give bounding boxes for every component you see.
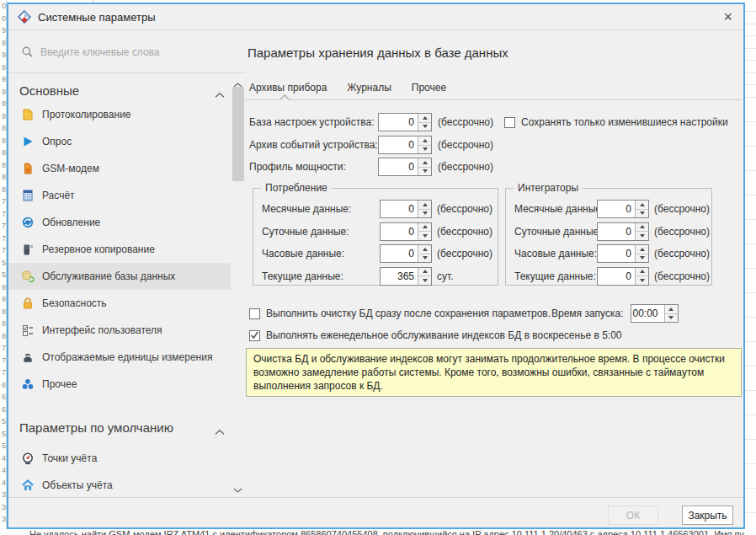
calculator-icon	[21, 189, 35, 202]
spinbox-value[interactable]: 0	[381, 245, 418, 262]
sidebar-scrollbar[interactable]	[231, 75, 246, 497]
field-suffix: (бессрочно)	[654, 270, 710, 282]
current-data-spinbox[interactable]: 0	[597, 267, 649, 286]
spin-up-button[interactable]	[418, 245, 431, 254]
spin-up-button[interactable]	[418, 136, 431, 146]
spin-up-button[interactable]	[418, 223, 431, 233]
sidebar-item-logging[interactable]: Протоколирование	[8, 101, 231, 128]
hourly-data-spinbox[interactable]: 0	[597, 244, 649, 263]
sidebar-section-defaults[interactable]: Параметры по умолчанию	[8, 416, 231, 438]
sidebar: Основные Протоколирование Опрос	[8, 74, 231, 497]
spin-down-button[interactable]	[636, 232, 648, 240]
search-input[interactable]	[40, 46, 213, 58]
sidebar-item-label: Опрос	[42, 136, 72, 147]
spinbox-value[interactable]: 00:00	[631, 305, 664, 322]
sidebar-item-database-maintenance[interactable]: Обслуживание базы данных	[8, 263, 231, 290]
spin-up-button[interactable]	[418, 268, 431, 277]
spinbox-value[interactable]: 0	[379, 114, 418, 131]
spin-down-button[interactable]	[418, 146, 431, 154]
spinbox-value[interactable]: 0	[598, 223, 635, 240]
active-tab-notch	[280, 94, 289, 104]
spinner-buttons	[418, 158, 431, 175]
cleanup-checkbox[interactable]	[249, 308, 260, 319]
spin-up-button[interactable]	[636, 201, 648, 210]
spin-up-button[interactable]	[636, 245, 648, 254]
tab-journals[interactable]: Журналы	[347, 82, 391, 94]
spin-down-button[interactable]	[418, 210, 431, 218]
field-label: Текущие данные:	[514, 270, 597, 282]
lock-icon	[21, 297, 35, 310]
spin-down-button[interactable]	[636, 276, 648, 285]
current-data-spinbox[interactable]: 365	[380, 267, 432, 286]
daily-data-spinbox[interactable]: 0	[597, 222, 649, 241]
spinbox-value[interactable]: 0	[381, 201, 418, 217]
spin-down-button[interactable]	[418, 123, 431, 131]
spin-down-button[interactable]	[636, 210, 648, 218]
spin-down-button[interactable]	[418, 276, 431, 285]
chevron-up-icon[interactable]	[215, 424, 225, 438]
power-profile-spinbox[interactable]: 0	[378, 158, 432, 176]
ok-button[interactable]: ОК	[608, 506, 658, 525]
sidebar-item-metering-objects[interactable]: Объекты учёта	[8, 472, 231, 497]
save-only-changed-checkbox[interactable]	[504, 117, 515, 128]
sidebar-item-metering-points[interactable]: Точки учёта	[8, 445, 231, 472]
sidebar-item-update[interactable]: Обновление	[8, 209, 231, 236]
house-icon	[21, 479, 35, 492]
scrollbar-thumb[interactable]	[232, 87, 244, 181]
spin-up-button[interactable]	[636, 223, 648, 233]
sidebar-item-gsm-modem[interactable]: GSM-модем	[8, 155, 231, 182]
checkbox-label: Выполнить очистку БД сразу после сохране…	[266, 308, 551, 319]
sidebar-item-user-interface[interactable]: Интерфейс пользователя	[8, 317, 231, 344]
spinbox-value[interactable]: 0	[598, 201, 635, 217]
spin-down-button[interactable]	[636, 254, 648, 263]
spin-down-button[interactable]	[665, 314, 678, 323]
page-title: Параметры хранения данных в базе данных	[248, 45, 508, 60]
title-bar[interactable]: Системные параметры	[8, 4, 743, 30]
spin-up-button[interactable]	[418, 114, 431, 123]
scroll-down-icon[interactable]	[233, 482, 242, 497]
spinbox-value[interactable]: 0	[598, 268, 635, 285]
spin-down-button[interactable]	[418, 232, 431, 240]
spin-up-button[interactable]	[418, 201, 431, 210]
monthly-data-spinbox[interactable]: 0	[380, 200, 432, 218]
group-field-row: Суточные данные: 0 (бессрочно)	[262, 222, 498, 241]
spin-down-button[interactable]	[418, 168, 431, 176]
close-icon[interactable]: ×	[723, 8, 732, 26]
sidebar-item-security[interactable]: Безопасность	[8, 290, 231, 317]
spinbox-value[interactable]: 0	[379, 158, 418, 175]
sidebar-section-main[interactable]: Основные	[8, 79, 231, 101]
tab-other[interactable]: Прочее	[412, 82, 446, 94]
spin-up-button[interactable]	[418, 158, 431, 168]
chevron-up-icon[interactable]	[215, 87, 225, 101]
spinner-buttons	[635, 201, 648, 217]
checkbox-label: Выполнять еженедельное обслуживание инде…	[266, 329, 621, 341]
spinbox-value[interactable]: 0	[381, 223, 418, 240]
launch-time-spinbox[interactable]: 00:00	[631, 304, 679, 323]
field-suffix: (бессрочно)	[654, 248, 710, 259]
field-suffix: сут.	[437, 270, 454, 282]
field-label: Суточные данные:	[262, 226, 380, 238]
field-suffix: (бессрочно)	[654, 226, 710, 238]
sidebar-item-display-units[interactable]: Отображаемые единицы измерения	[8, 344, 231, 371]
spin-down-button[interactable]	[418, 254, 431, 263]
close-button[interactable]: Закрыть	[682, 506, 733, 525]
spin-up-button[interactable]	[665, 305, 678, 314]
group-field-row: Месячные данные: 0 (бессрочно)	[262, 200, 498, 218]
field-label: Месячные данные:	[262, 203, 380, 215]
weekly-maintenance-checkbox[interactable]	[249, 330, 260, 341]
sidebar-item-backup[interactable]: Резервное копирование	[8, 236, 231, 263]
hourly-data-spinbox[interactable]: 0	[380, 244, 432, 263]
sidebar-item-calculation[interactable]: Расчёт	[8, 182, 231, 209]
spinbox-value[interactable]: 0	[379, 136, 418, 153]
sidebar-item-polling[interactable]: Опрос	[8, 128, 231, 155]
spinbox-value[interactable]: 0	[598, 245, 635, 262]
daily-data-spinbox[interactable]: 0	[380, 222, 432, 241]
section-label: Основные	[19, 83, 79, 98]
spinbox-value[interactable]: 365	[381, 268, 418, 285]
sidebar-item-misc[interactable]: Прочее	[8, 371, 231, 398]
event-archive-spinbox[interactable]: 0	[378, 136, 432, 154]
settings-base-spinbox[interactable]: 0	[378, 113, 432, 131]
spin-up-button[interactable]	[636, 268, 648, 277]
tab-device-archives[interactable]: Архивы прибора	[249, 82, 327, 94]
monthly-data-spinbox[interactable]: 0	[597, 200, 649, 218]
